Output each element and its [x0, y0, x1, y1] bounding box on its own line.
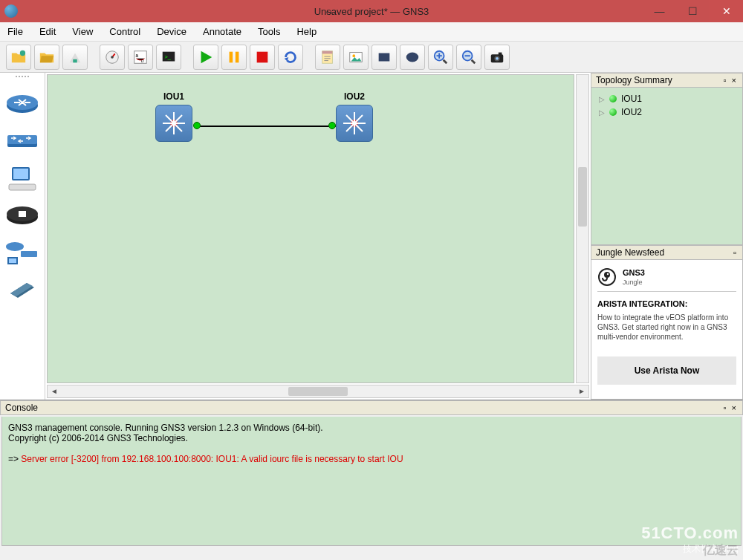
use-arista-button[interactable]: Use Arista Now — [597, 356, 736, 385]
link-iou1-iou2[interactable] — [196, 126, 337, 127]
node-iou1-label: IOU1 — [155, 91, 192, 102]
device-link-button[interactable] — [4, 276, 40, 303]
svg-point-3 — [111, 56, 114, 59]
svg-line-46 — [174, 115, 182, 123]
expand-icon[interactable]: ▷ — [599, 108, 605, 117]
menu-help[interactable]: Help — [296, 26, 317, 37]
status-running-icon — [609, 95, 617, 102]
console-label: Console — [5, 403, 38, 413]
node-iou2[interactable]: IOU2 — [336, 91, 373, 142]
switch-icon — [155, 105, 192, 142]
console-line2: Copyright (c) 2006-2014 GNS3 Technologie… — [8, 433, 188, 443]
svg-line-45 — [166, 115, 174, 123]
menu-device[interactable]: Device — [157, 26, 186, 37]
menu-annotate[interactable]: Annotate — [203, 26, 241, 37]
device-sidebar — [0, 73, 45, 400]
svg-point-60 — [607, 273, 609, 275]
screenshot-button[interactable] — [484, 45, 510, 70]
port-iou2-e0[interactable] — [328, 122, 336, 129]
newsfeed-logo: GNS3Jungle — [597, 267, 736, 287]
topology-item-iou2[interactable]: ▷IOU2 — [596, 105, 738, 119]
svg-rect-13 — [322, 51, 333, 53]
switch-icon — [336, 105, 373, 142]
svg-point-59 — [604, 272, 610, 278]
main-area: IOU1 IOU2 ◄ ► Topology Summary ▫ × ▷IOU1… — [0, 73, 743, 400]
svg-line-47 — [166, 123, 174, 131]
panel-undock-icon[interactable]: ▫ — [724, 76, 728, 85]
svg-point-15 — [352, 54, 355, 57]
device-security-button[interactable] — [4, 202, 40, 229]
newsfeed-brand: GNS3 — [623, 268, 645, 277]
console-all-button[interactable]: >_ — [156, 45, 181, 70]
annotate-image-button[interactable] — [343, 45, 369, 70]
svg-rect-10 — [236, 51, 239, 62]
console-error-prefix: => — [8, 454, 21, 464]
menu-file[interactable]: File — [7, 26, 23, 37]
svg-line-19 — [444, 59, 447, 63]
newsfeed-title: Jungle Newsfeed ▫ — [591, 245, 743, 260]
svg-rect-35 — [19, 211, 26, 217]
panel-close-icon[interactable]: × — [732, 76, 738, 85]
svg-point-24 — [496, 57, 499, 60]
sidebar-grip[interactable] — [7, 76, 37, 80]
zoom-in-button[interactable] — [428, 45, 453, 70]
topology-summary-label: Topology Summary — [596, 75, 672, 85]
stop-all-button[interactable] — [250, 45, 275, 70]
menu-view[interactable]: View — [72, 26, 93, 37]
panel-undock-icon[interactable]: ▫ — [733, 248, 738, 257]
newsfeed-label: Jungle Newsfeed — [596, 247, 664, 258]
node-iou1[interactable]: IOU1 — [155, 91, 192, 142]
zoom-out-button[interactable] — [456, 45, 481, 70]
status-running-icon — [609, 108, 617, 116]
port-iou1-e0[interactable] — [193, 122, 201, 129]
svg-rect-37 — [21, 251, 37, 257]
svg-rect-39 — [9, 258, 16, 263]
newsfeed-heading: ARISTA INTEGRATION: — [597, 299, 736, 308]
show-interface-labels-button[interactable]: ab — [128, 45, 153, 70]
canvas-vertical-scrollbar[interactable] — [576, 74, 589, 383]
reload-all-button[interactable] — [278, 45, 303, 70]
menu-edit[interactable]: Edit — [39, 26, 56, 37]
annotate-note-button[interactable] — [315, 45, 340, 70]
panel-close-icon[interactable]: × — [732, 403, 738, 412]
minimize-button[interactable]: — — [643, 0, 676, 22]
snapshot-button[interactable] — [100, 45, 125, 70]
device-switches-button[interactable] — [4, 128, 40, 154]
svg-rect-16 — [379, 53, 390, 61]
svg-text:>_: >_ — [165, 53, 172, 59]
annotate-rect-button[interactable] — [372, 45, 397, 70]
chameleon-icon — [597, 267, 617, 287]
app-icon — [4, 4, 18, 18]
save-project-button[interactable] — [62, 45, 88, 70]
device-all-button[interactable] — [4, 239, 40, 266]
start-all-button[interactable] — [193, 45, 218, 70]
maximize-button[interactable]: ☐ — [676, 0, 710, 22]
expand-icon[interactable]: ▷ — [599, 95, 605, 103]
svg-line-57 — [354, 123, 363, 131]
panel-undock-icon[interactable]: ▫ — [724, 403, 728, 412]
svg-rect-32 — [9, 184, 36, 190]
menu-tools[interactable]: Tools — [258, 26, 280, 37]
close-button[interactable]: ✕ — [710, 0, 743, 22]
menu-control[interactable]: Control — [109, 26, 140, 37]
topology-summary-body: ▷IOU1 ▷IOU2 — [591, 88, 743, 245]
canvas-horizontal-scrollbar[interactable]: ◄ ► — [47, 385, 589, 398]
topology-canvas[interactable]: IOU1 IOU2 — [47, 74, 574, 383]
svg-line-55 — [354, 115, 363, 123]
pause-all-button[interactable] — [221, 45, 247, 70]
new-project-button[interactable] — [6, 45, 31, 70]
newsfeed-text: How to integrate the vEOS platform into … — [597, 313, 736, 342]
console-line1: GNS3 management console. Running GNS3 ve… — [8, 423, 323, 433]
device-end-devices-button[interactable] — [4, 165, 40, 192]
svg-rect-25 — [499, 52, 502, 55]
svg-line-48 — [174, 123, 182, 131]
node-iou2-label: IOU2 — [336, 91, 373, 102]
topology-item-iou1[interactable]: ▷IOU1 — [596, 92, 738, 105]
console-output[interactable]: GNS3 management console. Running GNS3 ve… — [1, 417, 742, 546]
console-panel: Console ▫ × GNS3 management console. Run… — [0, 400, 743, 546]
open-project-button[interactable] — [34, 45, 59, 70]
device-routers-button[interactable] — [4, 91, 40, 117]
topology-item-label: IOU1 — [621, 94, 642, 104]
newsfeed-body: GNS3Jungle ARISTA INTEGRATION: How to in… — [591, 260, 743, 400]
annotate-ellipse-button[interactable] — [400, 45, 425, 70]
